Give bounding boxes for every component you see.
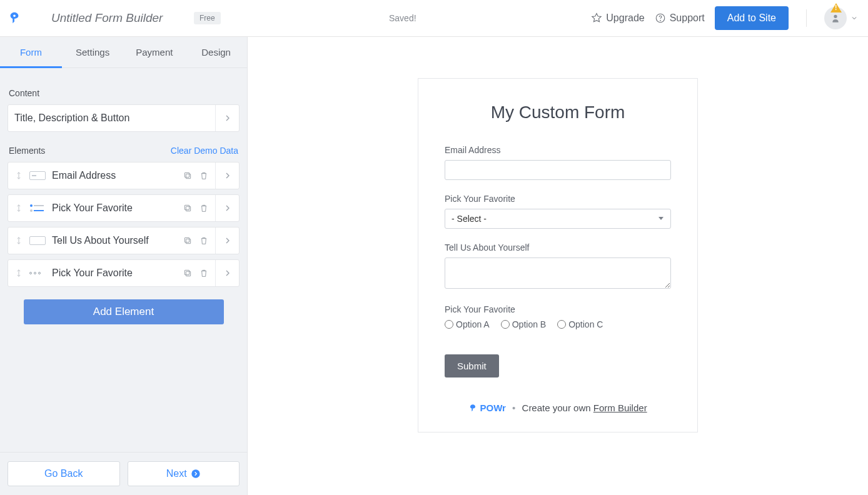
element-row-radio[interactable]: Pick Your Favorite: [8, 259, 240, 287]
add-element-button[interactable]: Add Element: [24, 299, 224, 324]
tab-settings[interactable]: Settings: [62, 37, 124, 68]
textarea-type-icon: [29, 236, 46, 245]
tab-payment[interactable]: Payment: [124, 37, 186, 68]
credit-text: Create your own: [522, 402, 593, 413]
radio-type-icon: [29, 269, 46, 278]
tab-form[interactable]: Form: [0, 37, 62, 68]
svg-point-5: [30, 204, 33, 207]
radio-c-label: Option C: [568, 319, 603, 329]
expand-element[interactable]: [215, 195, 239, 221]
email-input[interactable]: [445, 160, 671, 180]
svg-point-15: [191, 469, 199, 478]
svg-rect-12: [184, 238, 189, 242]
svg-rect-13: [186, 271, 190, 276]
add-to-site-button[interactable]: Add to Site: [715, 6, 789, 30]
save-status: Saved!: [389, 13, 416, 23]
expand-title-card[interactable]: [215, 105, 239, 131]
trash-icon[interactable]: [199, 268, 209, 278]
textarea-label: Tell Us About Yourself: [445, 242, 671, 252]
chevron-right-icon: [223, 113, 233, 123]
element-row-email[interactable]: Email Address: [8, 162, 240, 189]
avatar-icon: [824, 7, 847, 29]
svg-rect-4: [184, 172, 189, 177]
email-label: Email Address: [445, 145, 671, 155]
input-type-icon: [29, 171, 46, 180]
expand-element[interactable]: [215, 162, 239, 189]
field-email: Email Address: [445, 145, 671, 180]
drag-handle-icon[interactable]: [14, 170, 23, 181]
plan-badge: Free: [194, 12, 221, 24]
powr-brand: POWr: [480, 402, 506, 413]
radio-option-a[interactable]: Option A: [445, 319, 490, 329]
radio-option-c[interactable]: Option C: [557, 319, 603, 329]
select-label: Pick Your Favorite: [445, 194, 671, 204]
svg-rect-9: [186, 206, 190, 211]
svg-rect-10: [184, 205, 189, 209]
trash-icon[interactable]: [199, 171, 209, 181]
tab-design[interactable]: Design: [185, 37, 247, 68]
powr-credit: POWr • Create your own Form Builder: [445, 402, 671, 413]
content-section-label: Content: [9, 88, 238, 98]
field-radio: Pick Your Favorite Option A Option B Opt…: [445, 304, 671, 329]
radio-a-label: Option A: [456, 319, 490, 329]
element-label: Pick Your Favorite: [52, 202, 133, 214]
clear-demo-link[interactable]: Clear Demo Data: [171, 146, 238, 156]
form-builder-link[interactable]: Form Builder: [593, 402, 647, 413]
chevron-right-icon: [223, 236, 233, 246]
element-label: Pick Your Favorite: [52, 268, 133, 279]
expand-element[interactable]: [215, 260, 239, 286]
app-title-input[interactable]: [51, 11, 176, 25]
duplicate-icon[interactable]: [183, 203, 193, 213]
chevron-right-icon: [223, 171, 233, 181]
svg-point-0: [13, 15, 16, 18]
form-title: My Custom Form: [445, 102, 671, 122]
svg-rect-3: [186, 174, 190, 178]
favorite-select[interactable]: - Select -: [445, 209, 671, 229]
form-preview: My Custom Form Email Address Pick Your F…: [418, 78, 698, 432]
next-button[interactable]: Next: [128, 461, 240, 486]
arrow-right-circle-icon: [191, 469, 201, 479]
trash-icon[interactable]: [199, 203, 209, 213]
duplicate-icon[interactable]: [183, 236, 193, 246]
trash-icon[interactable]: [199, 236, 209, 246]
editor-sidebar: Form Settings Payment Design Content Tit…: [0, 37, 248, 495]
app-header: Free Saved! Upgrade Support Add to Site: [0, 0, 868, 37]
element-row-textarea[interactable]: Tell Us About Yourself: [8, 227, 240, 254]
element-row-select[interactable]: Pick Your Favorite: [8, 194, 240, 222]
svg-point-2: [660, 20, 660, 21]
duplicate-icon[interactable]: [183, 268, 193, 278]
submit-button[interactable]: Submit: [445, 354, 499, 378]
radio-option-b[interactable]: Option B: [501, 319, 546, 329]
field-textarea: Tell Us About Yourself: [445, 242, 671, 291]
svg-rect-14: [184, 270, 189, 274]
drag-handle-icon[interactable]: [14, 202, 23, 214]
warning-icon: [830, 3, 842, 12]
chevron-right-icon: [223, 268, 233, 278]
support-label: Support: [670, 12, 705, 24]
chevron-down-icon: [850, 14, 858, 22]
go-back-button[interactable]: Go Back: [8, 461, 120, 486]
title-description-card[interactable]: Title, Description & Button: [8, 104, 240, 132]
element-label: Tell Us About Yourself: [52, 235, 149, 246]
field-select: Pick Your Favorite - Select -: [445, 194, 671, 229]
drag-handle-icon[interactable]: [14, 235, 23, 246]
expand-element[interactable]: [215, 228, 239, 254]
sidebar-footer: Go Back Next: [0, 452, 247, 495]
star-icon: [591, 12, 602, 24]
radio-label: Pick Your Favorite: [445, 304, 671, 314]
divider: [806, 9, 807, 27]
title-card-label: Title, Description & Button: [14, 112, 129, 124]
support-link[interactable]: Support: [655, 12, 705, 24]
duplicate-icon[interactable]: [183, 171, 193, 181]
svg-rect-6: [34, 205, 44, 206]
dot-separator: •: [512, 402, 515, 413]
drag-handle-icon[interactable]: [14, 268, 23, 279]
svg-rect-8: [34, 210, 44, 211]
select-type-icon: [29, 204, 46, 212]
help-icon: [655, 12, 666, 24]
upgrade-link[interactable]: Upgrade: [591, 12, 644, 24]
account-menu[interactable]: [824, 7, 858, 29]
element-label: Email Address: [52, 170, 116, 181]
about-textarea[interactable]: [445, 258, 671, 289]
chevron-right-icon: [223, 203, 233, 213]
